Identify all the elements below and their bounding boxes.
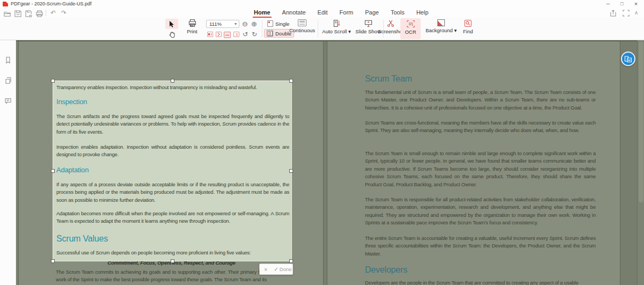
chevron-down-icon: ▾ (348, 28, 351, 34)
panel-sidebar (0, 40, 16, 285)
heading-scrum-values: Scrum Values (56, 234, 108, 244)
paragraph: Developers are the people in the Scrum T… (365, 279, 596, 285)
open-file-icon[interactable] (4, 10, 11, 17)
heading-scrum-team: Scrum Team (365, 74, 412, 84)
paragraph: Scrum Teams are cross-functional, meanin… (365, 119, 596, 135)
toolbar: Print 111% ▾ ⊖ ⊕ ↺ ↻ Single (0, 18, 644, 40)
selection-handle-bottom-left[interactable] (51, 259, 55, 263)
paragraph: The fundamental unit of Scrum is a small… (365, 89, 596, 112)
tab-edit[interactable]: Edit (312, 8, 334, 18)
cancel-selection-button[interactable]: × (264, 266, 267, 273)
fit-page-icon[interactable] (216, 32, 222, 37)
paragraph: Inspection enables adaptation. Inspectio… (56, 143, 289, 159)
continuous-icon (298, 19, 306, 26)
print-button[interactable]: Print (182, 19, 202, 34)
paragraph: Adaptation becomes more difficult when t… (56, 210, 289, 225)
tab-annotate[interactable]: Annotate (276, 8, 312, 18)
undo-icon[interactable]: ↶ (50, 8, 56, 18)
hand-tool-button[interactable] (165, 30, 178, 39)
chevron-down-icon: ▾ (454, 27, 457, 33)
tab-home[interactable]: Home (248, 8, 276, 18)
paragraph: The Scrum Team is responsible for all pr… (365, 196, 596, 227)
menu-bar: ↶ ↷ Home Annotate Edit Form Page Tools H… (0, 8, 644, 18)
collapse-toolbar-icon[interactable]: ∧ (634, 8, 638, 18)
comments-icon[interactable] (4, 97, 12, 105)
check-icon: ✓ (274, 266, 278, 272)
minimize-button[interactable]: ─ (602, 0, 614, 8)
heading-adaptation: Adaptation (56, 166, 89, 174)
selection-handle-bottom-right[interactable] (289, 259, 293, 263)
find-button[interactable]: Find (459, 19, 477, 34)
heading-inspection: Inspection (56, 98, 87, 106)
tab-page[interactable]: Page (359, 8, 385, 18)
divider (46, 10, 46, 16)
double-page-icon (267, 30, 273, 36)
fullscreen-icon[interactable] (623, 9, 630, 16)
page-right: Scrum Team The fundamental unit of Scrum… (327, 41, 620, 285)
background-button[interactable]: Background ▾ (425, 19, 457, 33)
tab-tools[interactable]: Tools (385, 8, 411, 18)
document-viewport: Commitment, Focus, Openness, Respect, an… (16, 40, 644, 285)
paragraph: Successful use of Scrum depends on peopl… (56, 249, 289, 257)
selection-handle-top-right[interactable] (289, 79, 293, 83)
tab-form[interactable]: Form (334, 8, 360, 18)
divider (262, 20, 262, 38)
vertical-scrollbar[interactable] (637, 40, 644, 285)
save-as-icon[interactable] (25, 10, 32, 17)
selection-handle-top-left[interactable] (51, 79, 55, 83)
redo-icon[interactable]: ↷ (61, 8, 67, 18)
convert-to-word-button[interactable] (621, 52, 635, 66)
auto-scroll-icon (332, 19, 341, 27)
paragraph: If any aspects of a process deviate outs… (56, 181, 289, 204)
fit-height-icon[interactable] (233, 32, 239, 37)
tab-help[interactable]: Help (411, 8, 435, 18)
selection-handle-bottom-center[interactable] (171, 259, 174, 263)
continuous-button[interactable]: Continuous (289, 19, 316, 33)
paragraph: Transparency enables inspection. Inspect… (56, 84, 289, 91)
selection-handle-mid-right[interactable] (289, 169, 293, 173)
fit-width-icon[interactable] (224, 32, 231, 38)
ocr-button[interactable]: OCR (400, 18, 421, 39)
save-icon[interactable] (14, 10, 21, 17)
pdf-to-word-icon (624, 55, 632, 63)
heading-developers: Developers (365, 265, 407, 275)
page-thumbnails-icon[interactable] (4, 77, 12, 84)
selection-handle-mid-left[interactable] (51, 169, 55, 173)
done-button[interactable]: Done (280, 266, 292, 272)
rotate-right-icon[interactable]: ↻ (252, 31, 257, 39)
print-quick-icon[interactable] (36, 10, 43, 17)
background-icon (437, 19, 445, 26)
scissors-icon (386, 19, 395, 27)
paragraph: The Scrum Team is small enough to remain… (365, 150, 596, 188)
fit-actual-size-icon[interactable] (207, 32, 213, 37)
close-button[interactable]: × (630, 0, 642, 8)
slide-show-icon (364, 19, 373, 27)
ocr-confirm-popup: × ✓ Done (259, 264, 293, 275)
ocr-icon (406, 20, 415, 28)
chevron-down-icon: ▾ (235, 20, 237, 27)
ribbon-tabs: Home Annotate Edit Form Page Tools Help (248, 8, 434, 18)
divider (318, 20, 318, 38)
paragraph: The entire Scrum Team is accountable for… (365, 235, 596, 258)
scrollbar-thumb[interactable] (639, 41, 643, 202)
title-bar: PDFgear - 2020-Scrum-Guide-US.pdf ─ □ × (0, 0, 644, 8)
bookmarks-icon[interactable] (4, 56, 12, 64)
paragraph: The Scrum Team commits to achieving its … (56, 268, 290, 284)
select-tool-button[interactable] (165, 19, 178, 29)
hand-icon (169, 31, 175, 38)
zoom-in-button[interactable]: ⊕ (251, 20, 257, 28)
auto-scroll-button[interactable]: Auto Scroll ▾ (321, 19, 352, 34)
pdfgear-window: PDFgear - 2020-Scrum-Guide-US.pdf ─ □ × … (0, 0, 644, 285)
pdfgear-logo-icon (3, 2, 8, 6)
printer-icon (188, 19, 197, 27)
selection-handle-top-center[interactable] (171, 79, 174, 83)
zoom-out-button[interactable]: ⊖ (242, 20, 248, 28)
find-icon (464, 19, 472, 27)
single-page-button[interactable]: Single (265, 19, 291, 28)
zoom-level-select[interactable]: 111% ▾ (206, 20, 239, 28)
ocr-selection-region[interactable]: Transparency enables inspection. Inspect… (53, 81, 292, 261)
maximize-button[interactable]: □ (616, 0, 628, 8)
rotate-left-icon[interactable]: ↺ (243, 31, 248, 39)
share-icon[interactable] (610, 9, 617, 16)
window-title: PDFgear - 2020-Scrum-Guide-US.pdf (11, 1, 92, 6)
